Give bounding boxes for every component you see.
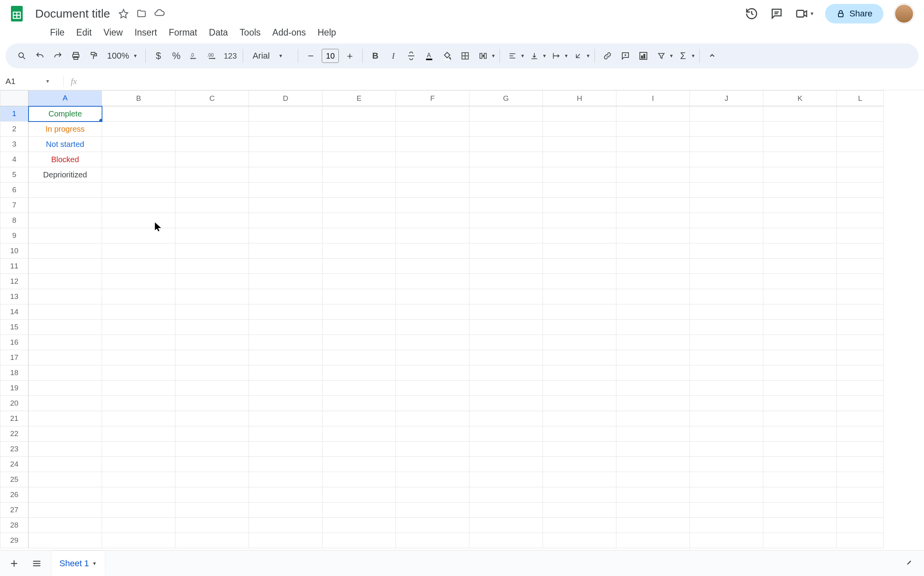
cell-H4[interactable] [543,152,616,167]
cell-K9[interactable] [763,228,837,243]
cell-I25[interactable] [616,472,690,487]
cell-A7[interactable] [29,198,102,213]
cell-F5[interactable] [396,167,469,182]
cell-H15[interactable] [543,320,616,335]
cell-K28[interactable] [763,518,837,533]
cell-L23[interactable] [837,442,884,457]
cell-J16[interactable] [690,335,763,350]
cell-A11[interactable] [29,259,102,274]
row-header-23[interactable]: 23 [0,442,29,457]
cell-E25[interactable] [322,472,396,487]
cell-L25[interactable] [837,472,884,487]
cell-I16[interactable] [616,335,690,350]
cell-B20[interactable] [102,396,175,411]
formula-bar-input[interactable] [79,75,924,87]
cell-C22[interactable] [175,426,249,442]
cell-K11[interactable] [763,259,837,274]
column-header-J[interactable]: J [690,91,763,106]
cell-H3[interactable] [543,137,616,152]
cell-J11[interactable] [690,259,763,274]
row-header-17[interactable]: 17 [0,350,29,365]
cell-I7[interactable] [616,198,690,213]
cell-L20[interactable] [837,396,884,411]
cell-J20[interactable] [690,396,763,411]
row-header-3[interactable]: 3 [0,137,29,152]
menu-data[interactable]: Data [204,26,234,39]
cell-G29[interactable] [469,533,543,548]
row-header-29[interactable]: 29 [0,533,29,548]
cell-B11[interactable] [102,259,175,274]
cell-J18[interactable] [690,365,763,381]
cell-E16[interactable] [322,335,396,350]
cell-F14[interactable] [396,304,469,320]
cell-H5[interactable] [543,167,616,182]
cell-K3[interactable] [763,137,837,152]
comments-icon[interactable] [770,7,784,21]
cell-B9[interactable] [102,228,175,243]
cell-E26[interactable] [322,487,396,503]
cell-D12[interactable] [249,274,322,289]
row-header-9[interactable]: 9 [0,228,29,243]
cell-H20[interactable] [543,396,616,411]
cell-F16[interactable] [396,335,469,350]
row-header-1[interactable]: 1 [0,106,29,122]
cell-A3[interactable]: Not started [29,137,102,152]
font-size-input[interactable] [322,49,339,63]
cell-C21[interactable] [175,411,249,426]
cell-K7[interactable] [763,198,837,213]
cell-D15[interactable] [249,320,322,335]
column-header-B[interactable]: B [102,91,175,106]
cell-G22[interactable] [469,426,543,442]
cell-H12[interactable] [543,274,616,289]
cell-A4[interactable]: Blocked [29,152,102,167]
cell-E11[interactable] [322,259,396,274]
cell-G9[interactable] [469,228,543,243]
cell-F7[interactable] [396,198,469,213]
cell-K13[interactable] [763,289,837,304]
functions-dropdown[interactable]: Σ▼ [675,47,696,64]
decrease-font-icon[interactable]: − [302,47,319,64]
increase-font-icon[interactable]: + [341,47,358,64]
cell-C11[interactable] [175,259,249,274]
cell-K14[interactable] [763,304,837,320]
cell-B26[interactable] [102,487,175,503]
cell-L12[interactable] [837,274,884,289]
cell-E14[interactable] [322,304,396,320]
cell-F4[interactable] [396,152,469,167]
cell-I3[interactable] [616,137,690,152]
cell-L27[interactable] [837,503,884,518]
cell-J3[interactable] [690,137,763,152]
cell-A20[interactable] [29,396,102,411]
decrease-decimal-icon[interactable]: .0 [186,47,203,64]
cell-E7[interactable] [322,198,396,213]
cell-L17[interactable] [837,350,884,365]
strikethrough-icon[interactable] [403,47,420,64]
vertical-align-dropdown[interactable]: ▼ [526,47,547,64]
cell-F27[interactable] [396,503,469,518]
cell-C7[interactable] [175,198,249,213]
cell-A6[interactable] [29,182,102,198]
cell-F2[interactable] [396,122,469,137]
cell-D5[interactable] [249,167,322,182]
cell-D20[interactable] [249,396,322,411]
cell-K19[interactable] [763,381,837,396]
column-header-E[interactable]: E [322,91,396,106]
cell-G13[interactable] [469,289,543,304]
cell-C5[interactable] [175,167,249,182]
cell-C28[interactable] [175,518,249,533]
increase-decimal-icon[interactable]: .00 [204,47,221,64]
cell-J23[interactable] [690,442,763,457]
cell-B21[interactable] [102,411,175,426]
cell-K5[interactable] [763,167,837,182]
cloud-saved-icon[interactable] [154,8,165,19]
cell-H6[interactable] [543,182,616,198]
cell-J29[interactable] [690,533,763,548]
cell-K23[interactable] [763,442,837,457]
text-color-icon[interactable]: A [421,47,438,64]
chevron-down-icon[interactable]: ▼ [92,561,97,566]
cell-F6[interactable] [396,182,469,198]
cell-G19[interactable] [469,381,543,396]
cell-E29[interactable] [322,533,396,548]
cell-C10[interactable] [175,243,249,259]
cell-B22[interactable] [102,426,175,442]
